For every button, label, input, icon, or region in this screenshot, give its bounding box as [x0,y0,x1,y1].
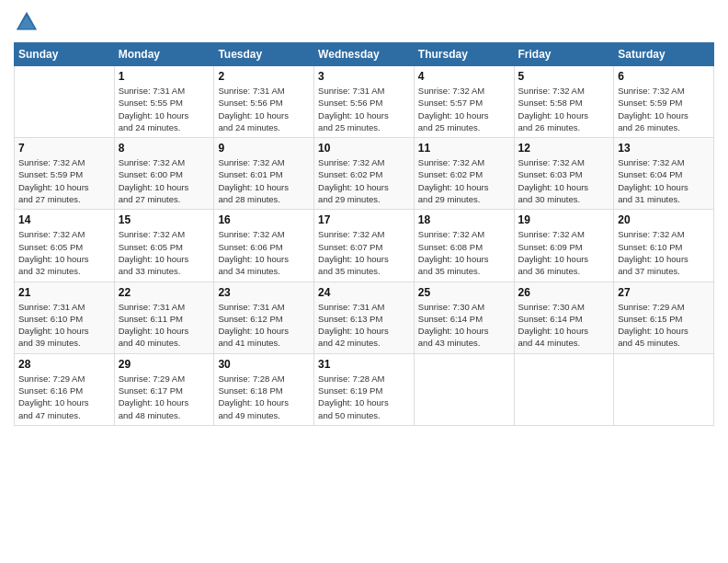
day-info: Sunrise: 7:29 AM Sunset: 6:16 PM Dayligh… [18,373,110,421]
day-number: 23 [218,286,310,299]
calendar-cell: 10Sunrise: 7:32 AM Sunset: 6:02 PM Dayli… [314,138,415,210]
calendar-cell: 17Sunrise: 7:32 AM Sunset: 6:07 PM Dayli… [314,210,415,282]
day-number: 4 [418,70,510,83]
weekday-header: Thursday [414,43,514,66]
calendar-cell: 8Sunrise: 7:32 AM Sunset: 6:00 PM Daylig… [114,138,214,210]
day-info: Sunrise: 7:32 AM Sunset: 6:05 PM Dayligh… [119,228,210,277]
day-info: Sunrise: 7:32 AM Sunset: 6:00 PM Dayligh… [119,156,210,205]
day-number: 24 [318,286,410,299]
day-info: Sunrise: 7:32 AM Sunset: 5:59 PM Dayligh… [18,156,110,205]
calendar-week: 21Sunrise: 7:31 AM Sunset: 6:10 PM Dayli… [15,282,714,353]
day-info: Sunrise: 7:32 AM Sunset: 5:59 PM Dayligh… [618,85,710,133]
logo [14,9,43,35]
day-number: 18 [418,213,510,226]
day-info: Sunrise: 7:31 AM Sunset: 5:56 PM Dayligh… [318,85,410,133]
calendar-cell: 22Sunrise: 7:31 AM Sunset: 6:11 PM Dayli… [114,282,214,353]
day-info: Sunrise: 7:31 AM Sunset: 5:56 PM Dayligh… [218,85,310,133]
calendar-cell [414,353,514,425]
calendar-cell: 9Sunrise: 7:32 AM Sunset: 6:01 PM Daylig… [214,138,314,210]
day-number: 6 [618,70,710,83]
calendar-cell: 3Sunrise: 7:31 AM Sunset: 5:56 PM Daylig… [314,66,415,138]
weekday-header: Sunday [15,43,115,66]
day-info: Sunrise: 7:32 AM Sunset: 6:02 PM Dayligh… [418,156,510,205]
day-number: 9 [218,142,310,155]
day-number: 15 [119,213,210,226]
page-container: SundayMondayTuesdayWednesdayThursdayFrid… [0,0,728,435]
calendar-cell: 18Sunrise: 7:32 AM Sunset: 6:08 PM Dayli… [414,210,514,282]
calendar-cell: 21Sunrise: 7:31 AM Sunset: 6:10 PM Dayli… [15,282,115,353]
calendar-cell: 14Sunrise: 7:32 AM Sunset: 6:05 PM Dayli… [15,210,115,282]
day-info: Sunrise: 7:31 AM Sunset: 5:55 PM Dayligh… [119,85,210,133]
day-number: 13 [618,142,710,155]
day-number: 19 [518,213,610,226]
day-info: Sunrise: 7:30 AM Sunset: 6:14 PM Dayligh… [518,301,610,350]
calendar-cell: 7Sunrise: 7:32 AM Sunset: 5:59 PM Daylig… [15,138,115,210]
day-info: Sunrise: 7:32 AM Sunset: 6:03 PM Dayligh… [518,156,610,205]
day-info: Sunrise: 7:32 AM Sunset: 6:09 PM Dayligh… [518,228,610,277]
logo-icon [14,9,40,35]
day-number: 14 [18,213,110,226]
calendar-cell: 25Sunrise: 7:30 AM Sunset: 6:14 PM Dayli… [414,282,514,353]
day-info: Sunrise: 7:31 AM Sunset: 6:12 PM Dayligh… [218,301,310,350]
day-number: 12 [518,142,610,155]
calendar-week: 28Sunrise: 7:29 AM Sunset: 6:16 PM Dayli… [15,353,714,425]
calendar-week: 14Sunrise: 7:32 AM Sunset: 6:05 PM Dayli… [15,210,714,282]
calendar-week: 1Sunrise: 7:31 AM Sunset: 5:55 PM Daylig… [15,66,714,138]
day-number: 17 [318,213,410,226]
day-number: 22 [119,286,210,299]
calendar-cell: 31Sunrise: 7:28 AM Sunset: 6:19 PM Dayli… [314,353,415,425]
day-info: Sunrise: 7:32 AM Sunset: 6:04 PM Dayligh… [618,156,710,205]
calendar-cell: 2Sunrise: 7:31 AM Sunset: 5:56 PM Daylig… [214,66,314,138]
calendar-cell: 6Sunrise: 7:32 AM Sunset: 5:59 PM Daylig… [614,66,714,138]
day-number: 5 [518,70,610,83]
calendar-cell: 24Sunrise: 7:31 AM Sunset: 6:13 PM Dayli… [314,282,415,353]
day-info: Sunrise: 7:32 AM Sunset: 6:08 PM Dayligh… [418,228,510,277]
header [14,9,714,35]
day-number: 3 [318,70,410,83]
day-info: Sunrise: 7:32 AM Sunset: 6:06 PM Dayligh… [218,228,310,277]
day-info: Sunrise: 7:31 AM Sunset: 6:11 PM Dayligh… [119,301,210,350]
calendar-cell: 13Sunrise: 7:32 AM Sunset: 6:04 PM Dayli… [614,138,714,210]
day-info: Sunrise: 7:31 AM Sunset: 6:13 PM Dayligh… [318,301,410,350]
day-number: 25 [418,286,510,299]
day-info: Sunrise: 7:29 AM Sunset: 6:15 PM Dayligh… [618,301,710,350]
calendar-cell [514,353,614,425]
day-info: Sunrise: 7:29 AM Sunset: 6:17 PM Dayligh… [119,373,210,421]
calendar-cell: 29Sunrise: 7:29 AM Sunset: 6:17 PM Dayli… [114,353,214,425]
day-number: 1 [119,70,210,83]
day-number: 31 [318,358,410,371]
day-info: Sunrise: 7:30 AM Sunset: 6:14 PM Dayligh… [418,301,510,350]
weekday-header: Monday [114,43,214,66]
calendar-cell: 15Sunrise: 7:32 AM Sunset: 6:05 PM Dayli… [114,210,214,282]
calendar-cell [15,66,115,138]
calendar-cell: 28Sunrise: 7:29 AM Sunset: 6:16 PM Dayli… [15,353,115,425]
day-info: Sunrise: 7:28 AM Sunset: 6:18 PM Dayligh… [218,373,310,421]
day-number: 26 [518,286,610,299]
day-info: Sunrise: 7:32 AM Sunset: 6:02 PM Dayligh… [318,156,410,205]
day-number: 29 [119,358,210,371]
day-number: 7 [18,142,110,155]
calendar-cell: 1Sunrise: 7:31 AM Sunset: 5:55 PM Daylig… [114,66,214,138]
day-number: 21 [18,286,110,299]
calendar-cell: 20Sunrise: 7:32 AM Sunset: 6:10 PM Dayli… [614,210,714,282]
weekday-header: Tuesday [214,43,314,66]
day-number: 10 [318,142,410,155]
day-info: Sunrise: 7:32 AM Sunset: 5:58 PM Dayligh… [518,85,610,133]
calendar-table: SundayMondayTuesdayWednesdayThursdayFrid… [14,42,714,426]
calendar-week: 7Sunrise: 7:32 AM Sunset: 5:59 PM Daylig… [15,138,714,210]
day-number: 16 [218,213,310,226]
weekday-header: Friday [514,43,614,66]
calendar-cell: 27Sunrise: 7:29 AM Sunset: 6:15 PM Dayli… [614,282,714,353]
day-number: 8 [119,142,210,155]
day-info: Sunrise: 7:32 AM Sunset: 5:57 PM Dayligh… [418,85,510,133]
day-number: 27 [618,286,710,299]
day-info: Sunrise: 7:31 AM Sunset: 6:10 PM Dayligh… [18,301,110,350]
day-number: 11 [418,142,510,155]
calendar-cell: 30Sunrise: 7:28 AM Sunset: 6:18 PM Dayli… [214,353,314,425]
calendar-cell [614,353,714,425]
day-info: Sunrise: 7:28 AM Sunset: 6:19 PM Dayligh… [318,373,410,421]
calendar-cell: 12Sunrise: 7:32 AM Sunset: 6:03 PM Dayli… [514,138,614,210]
day-info: Sunrise: 7:32 AM Sunset: 6:10 PM Dayligh… [618,228,710,277]
calendar-cell: 11Sunrise: 7:32 AM Sunset: 6:02 PM Dayli… [414,138,514,210]
day-number: 30 [218,358,310,371]
